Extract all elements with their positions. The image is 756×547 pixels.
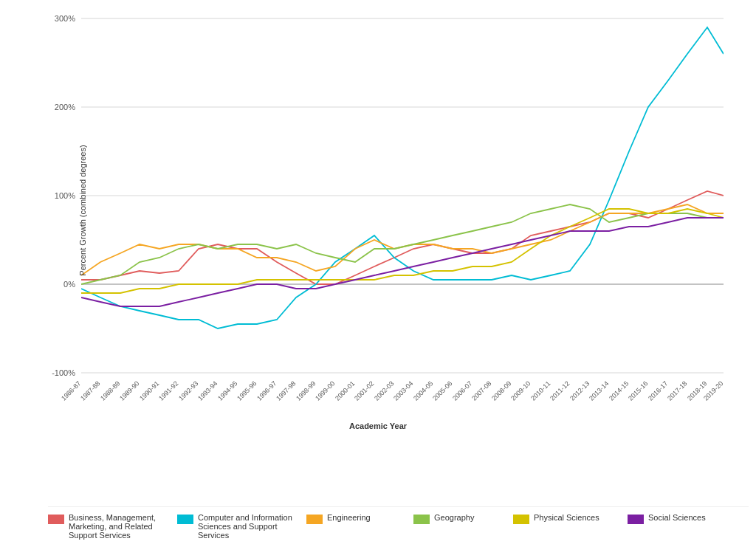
svg-text:2009-10: 2009-10 — [509, 379, 532, 402]
svg-text:2015-16: 2015-16 — [627, 379, 649, 402]
svg-text:2012-13: 2012-13 — [568, 379, 591, 402]
svg-text:1997-98: 1997-98 — [275, 379, 297, 402]
svg-text:2010-11: 2010-11 — [529, 379, 551, 402]
svg-text:2003-04: 2003-04 — [392, 379, 414, 402]
svg-text:1996-97: 1996-97 — [255, 379, 278, 402]
svg-text:1991-92: 1991-92 — [157, 379, 179, 402]
svg-text:2002-03: 2002-03 — [373, 379, 395, 402]
svg-text:2016-17: 2016-17 — [647, 379, 669, 402]
svg-text:2017-18: 2017-18 — [666, 379, 688, 402]
y-axis-label: Percent Growth (combined degrees) — [9, 11, 157, 410]
engineering-line — [81, 204, 724, 275]
svg-text:2006-07: 2006-07 — [451, 379, 473, 402]
legend-item-geography: Geography — [413, 513, 502, 540]
legend-item-engineering: Engineering — [306, 513, 402, 540]
svg-text:2007-08: 2007-08 — [470, 379, 492, 402]
svg-text:2008-09: 2008-09 — [490, 379, 512, 402]
svg-text:2013-14: 2013-14 — [588, 379, 610, 402]
svg-text:2001-02: 2001-02 — [353, 379, 375, 402]
svg-text:1992-93: 1992-93 — [177, 379, 199, 402]
social-sciences-line — [81, 218, 724, 306]
legend-item-social: Social Sciences — [628, 513, 724, 540]
svg-text:1999-00: 1999-00 — [314, 379, 336, 402]
svg-text:2011-12: 2011-12 — [549, 379, 571, 402]
computer-line — [81, 27, 724, 328]
physical-sciences-line — [81, 209, 724, 293]
svg-text:1993-94: 1993-94 — [196, 379, 219, 402]
svg-text:2014-15: 2014-15 — [608, 379, 630, 402]
svg-text:2004-05: 2004-05 — [412, 379, 434, 402]
legend-item-computer: Computer and Information Sciences and Su… — [177, 513, 295, 540]
svg-text:1994-95: 1994-95 — [216, 379, 238, 402]
legend: Business, Management, Marketing, and Rel… — [48, 506, 749, 540]
svg-text:1995-96: 1995-96 — [236, 379, 258, 402]
svg-text:1998-99: 1998-99 — [295, 379, 317, 402]
legend-item-business: Business, Management, Marketing, and Rel… — [48, 513, 166, 540]
business-line — [81, 191, 724, 284]
x-axis-label: Academic Year — [349, 422, 407, 430]
x-axis-labels: 1986-87 1987-88 1988-89 1989-90 1990-91 … — [60, 379, 724, 402]
svg-text:2005-06: 2005-06 — [431, 379, 453, 402]
svg-text:2000-01: 2000-01 — [334, 379, 356, 402]
legend-item-physical: Physical Sciences — [513, 513, 616, 540]
